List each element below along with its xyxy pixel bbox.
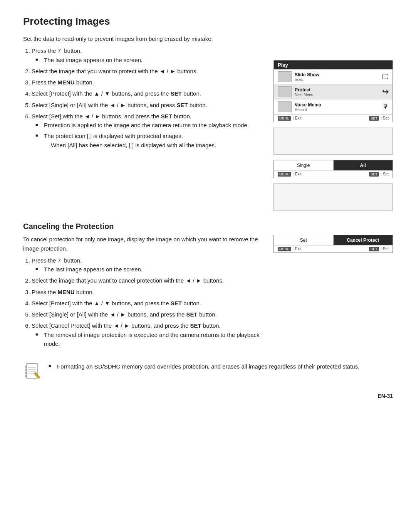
slideshow-sublabel: 5sec. bbox=[295, 77, 379, 82]
step-3: Press the MENU button. bbox=[32, 78, 262, 87]
cancel-step-5: Select [Single] or [All] with the ◄ / ► … bbox=[32, 310, 262, 319]
play-menu-footer: MENU : Exit SET : Set bbox=[274, 114, 393, 122]
menu-item-slideshow: Slide Show 5sec. 🖵 bbox=[274, 69, 393, 84]
svg-marker-8 bbox=[34, 379, 35, 380]
select-panel: Single All MENU : Exit SET : Set bbox=[273, 160, 393, 178]
notebook-icon bbox=[23, 362, 42, 381]
step-6-all-note: When [All] has been selected, [꜀] is dis… bbox=[51, 142, 216, 148]
note-section: Formatting an SD/SDHC memory card overri… bbox=[23, 362, 393, 381]
note-text: Formatting an SD/SDHC memory card overri… bbox=[49, 362, 359, 371]
cancel-step-4: Select [Protect] with the ▲ / ▼ buttons,… bbox=[32, 299, 262, 308]
voice-label: Voice Memo bbox=[295, 102, 380, 108]
cancel-step-2: Select the image that you want to cancel… bbox=[32, 276, 262, 285]
cancel-step-1-sub: The last image appears on the screen. bbox=[35, 265, 262, 274]
main-right-column: Play Slide Show 5sec. 🖵 Protect Next Men… bbox=[273, 46, 393, 210]
set-cancel-exit-label: MENU : Exit bbox=[278, 247, 302, 251]
page-title: Protecting Images bbox=[23, 15, 393, 27]
note-text-area: Formatting an SD/SDHC memory card overri… bbox=[49, 362, 359, 373]
option-cancel-protect: Cancel Protect bbox=[334, 235, 393, 245]
step-2: Select the image that you want to protec… bbox=[32, 67, 262, 76]
play-menu-exit-label: MENU : Exit bbox=[278, 116, 302, 121]
cancel-intro: To cancel protection for only one image,… bbox=[23, 235, 262, 253]
protect-text: Protect Next Menu bbox=[295, 87, 380, 97]
cancel-left-col: To cancel protection for only one image,… bbox=[23, 235, 262, 351]
cancel-protect-area: To cancel protection for only one image,… bbox=[23, 235, 393, 351]
protect-sublabel: Next Menu bbox=[295, 93, 380, 97]
option-set: Set bbox=[274, 235, 334, 245]
voice-thumb bbox=[278, 101, 292, 112]
voice-sublabel: Record bbox=[295, 108, 380, 112]
select-set-label: SET : Set bbox=[369, 172, 389, 177]
set-cancel-panel: Set Cancel Protect MENU : Exit SET : Set bbox=[273, 235, 393, 253]
protect-thumb bbox=[278, 86, 292, 97]
select-panel-footer: MENU : Exit SET : Set bbox=[274, 170, 393, 178]
cancel-section-title: Canceling the Protection bbox=[23, 222, 393, 231]
set-cancel-footer: MENU : Exit SET : Set bbox=[274, 245, 393, 253]
note-icon-container bbox=[23, 362, 42, 381]
play-menu-panel: Play Slide Show 5sec. 🖵 Protect Next Men… bbox=[273, 60, 393, 122]
cancel-step-1: Press the 7 button. The last image appea… bbox=[32, 256, 262, 274]
set-cancel-set-label: SET : Set bbox=[369, 247, 389, 251]
cancel-step-3: Press the MENU button. bbox=[32, 288, 262, 296]
voice-icon: 🎙 bbox=[382, 103, 389, 110]
cancel-step-6: Select [Cancel Protect] with the ◄ / ► b… bbox=[32, 321, 262, 348]
page-number: EN-31 bbox=[23, 393, 393, 399]
voice-text: Voice Memo Record bbox=[295, 102, 380, 112]
step-1-sub: The last image appears on the screen. bbox=[35, 56, 262, 64]
blank-panel-1 bbox=[273, 128, 393, 155]
cancel-right-col: Set Cancel Protect MENU : Exit SET : Set bbox=[273, 235, 393, 351]
steps-list: Press the 7 button. The last image appea… bbox=[32, 46, 262, 150]
option-all: All bbox=[334, 160, 393, 170]
step-4: Select [Protect] with the ▲ / ▼ buttons,… bbox=[32, 89, 262, 98]
set-cancel-options-row: Set Cancel Protect bbox=[274, 235, 393, 245]
slideshow-label: Slide Show bbox=[295, 72, 379, 77]
protect-label: Protect bbox=[295, 87, 380, 93]
blank-panel-2 bbox=[273, 184, 393, 210]
slideshow-thumb bbox=[278, 71, 292, 82]
step-5: Select [Single] or [All] with the ◄ / ► … bbox=[32, 101, 262, 109]
cancel-steps-list: Press the 7 button. The last image appea… bbox=[32, 256, 262, 348]
step-6-sub-2: The protect icon [꜀] is displayed with p… bbox=[35, 131, 262, 150]
select-exit-label: MENU : Exit bbox=[278, 172, 302, 177]
slideshow-icon: 🖵 bbox=[382, 73, 389, 81]
intro-text: Set the data to read-only to prevent ima… bbox=[23, 34, 393, 43]
cancel-step-6-sub: The removal of image protection is execu… bbox=[35, 330, 262, 348]
select-options-row: Single All bbox=[274, 160, 393, 170]
slideshow-text: Slide Show 5sec. bbox=[295, 72, 379, 82]
protect-icon: ↪ bbox=[382, 87, 389, 96]
step-1: Press the 7 button. The last image appea… bbox=[32, 46, 262, 64]
menu-item-protect: Protect Next Menu ↪ bbox=[274, 84, 393, 99]
play-menu-header: Play bbox=[274, 61, 393, 69]
menu-item-voice: Voice Memo Record 🎙 bbox=[274, 99, 393, 114]
play-menu-set-label: SET : Set bbox=[369, 116, 389, 121]
main-left-column: Press the 7 button. The last image appea… bbox=[23, 46, 262, 210]
option-single: Single bbox=[274, 160, 334, 170]
step-6: Select [Set] with the ◄ / ► buttons, and… bbox=[32, 112, 262, 150]
step-6-sub-1: Protection is applied to the image and t… bbox=[35, 121, 262, 130]
